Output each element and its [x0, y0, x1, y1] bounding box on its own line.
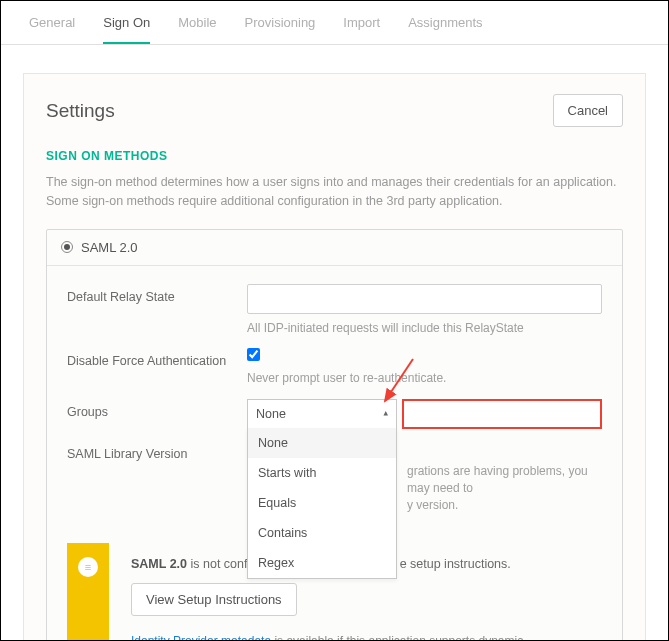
setup-strong: SAML 2.0: [131, 557, 187, 571]
saml-lib-hint-2: y version.: [407, 498, 458, 512]
radio-selected-icon[interactable]: [61, 241, 73, 253]
groups-option-contains[interactable]: Contains: [248, 518, 396, 548]
cancel-button[interactable]: Cancel: [553, 94, 623, 127]
settings-panel: Settings Cancel SIGN ON METHODS The sign…: [23, 73, 646, 641]
relay-label: Default Relay State: [67, 284, 247, 304]
groups-option-equals[interactable]: Equals: [248, 488, 396, 518]
meta-text: Identity Provider metadata is available …: [131, 634, 586, 641]
groups-dropdown-list: None Starts with Equals Contains Regex: [247, 428, 397, 579]
list-icon: ≡: [78, 557, 98, 577]
panel-title: Settings: [46, 100, 115, 122]
disable-force-checkbox[interactable]: [247, 348, 260, 361]
groups-option-regex[interactable]: Regex: [248, 548, 396, 578]
relay-input[interactable]: [247, 284, 602, 314]
groups-option-none[interactable]: None: [248, 428, 396, 458]
section-title: SIGN ON METHODS: [46, 149, 623, 163]
caret-up-icon: ▾: [383, 409, 388, 419]
view-setup-button[interactable]: View Setup Instructions: [131, 583, 297, 616]
disable-force-hint: Never prompt user to re-authenticate.: [247, 370, 602, 387]
relay-hint: All IDP-initiated requests will include …: [247, 320, 602, 337]
tab-provisioning[interactable]: Provisioning: [245, 15, 316, 44]
groups-filter-input[interactable]: [402, 399, 602, 429]
saml-lib-label: SAML Library Version: [67, 441, 247, 461]
saml-lib-hint-1: grations are having problems, you may ne…: [407, 464, 588, 495]
idp-metadata-link[interactable]: Identity Provider metadata: [131, 634, 271, 641]
method-label: SAML 2.0: [81, 240, 138, 255]
tab-mobile[interactable]: Mobile: [178, 15, 216, 44]
setup-stripe: ≡: [67, 543, 109, 641]
tab-general[interactable]: General: [29, 15, 75, 44]
tab-sign-on[interactable]: Sign On: [103, 15, 150, 44]
groups-dropdown[interactable]: None ▾: [247, 399, 397, 429]
method-form: Default Relay State All IDP-initiated re…: [47, 266, 622, 532]
signon-method-box: SAML 2.0 Default Relay State All IDP-ini…: [46, 229, 623, 642]
method-header[interactable]: SAML 2.0: [47, 230, 622, 266]
setup-after: e setup instructions.: [400, 557, 511, 571]
groups-selected: None: [256, 407, 286, 421]
groups-label: Groups: [67, 399, 247, 419]
disable-force-label: Disable Force Authentication: [67, 348, 247, 368]
tab-import[interactable]: Import: [343, 15, 380, 44]
section-desc: The sign-on method determines how a user…: [46, 173, 623, 211]
tabs-nav: General Sign On Mobile Provisioning Impo…: [1, 1, 668, 45]
tab-assignments[interactable]: Assignments: [408, 15, 482, 44]
groups-option-starts-with[interactable]: Starts with: [248, 458, 396, 488]
